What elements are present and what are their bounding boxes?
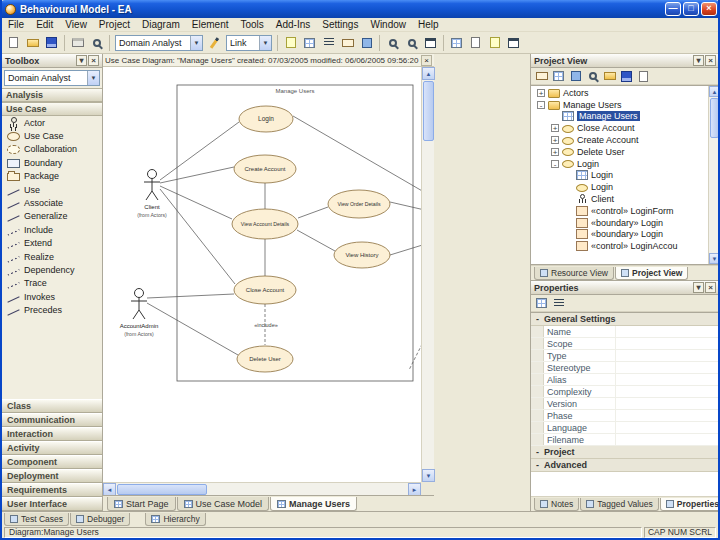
property-value[interactable]: [616, 434, 719, 445]
title-bar[interactable]: Behavioural Model - EA — □ ×: [0, 0, 720, 18]
property-value[interactable]: [616, 350, 719, 361]
tree-item-actors[interactable]: +Actors: [531, 87, 708, 99]
menu-view[interactable]: View: [59, 18, 93, 31]
use-case-view-order-details[interactable]: View Order Details: [328, 190, 390, 218]
property-value[interactable]: [616, 326, 719, 337]
toolbox-item-generalize[interactable]: Generalize: [2, 210, 102, 223]
toolbox-item-associate[interactable]: Associate: [2, 196, 102, 209]
property-row-phase[interactable]: Phase: [531, 410, 719, 422]
toolbox-group-requirements[interactable]: Requirements: [2, 483, 102, 497]
collapse-toggle[interactable]: -: [531, 314, 544, 324]
chevron-down-icon[interactable]: ▼: [87, 71, 99, 85]
expand-toggle[interactable]: +: [551, 136, 559, 144]
properties-header[interactable]: Properties ▾ ×: [531, 281, 719, 295]
toolbox-item-actor[interactable]: Actor: [2, 116, 102, 129]
toolbox-item-use[interactable]: Use: [2, 183, 102, 196]
tree-item-control-loginform[interactable]: «control» LoginForm: [531, 205, 708, 217]
print-icon[interactable]: [68, 34, 87, 52]
tree-item-delete-user[interactable]: +Delete User: [531, 146, 708, 158]
property-value[interactable]: [616, 422, 719, 433]
search-icon[interactable]: [87, 34, 106, 52]
group-general-settings[interactable]: -General Settings: [531, 313, 719, 326]
tree-item-login[interactable]: -Login: [531, 158, 708, 170]
sort-alpha-icon[interactable]: [550, 296, 567, 311]
tree-item-boundary-login[interactable]: «boundary» Login: [531, 217, 708, 229]
expand-toggle[interactable]: +: [551, 124, 559, 132]
property-row-alias[interactable]: Alias: [531, 374, 719, 386]
scrollbar-thumb[interactable]: [710, 98, 719, 138]
property-row-type[interactable]: Type: [531, 350, 719, 362]
tree-item-manage-users-diagram[interactable]: Manage Users: [531, 111, 708, 123]
tab-resource-view[interactable]: Resource View: [534, 267, 614, 280]
find-icon[interactable]: [584, 69, 601, 84]
toolbox-group-component[interactable]: Component: [2, 455, 102, 469]
property-value[interactable]: [616, 374, 719, 385]
zoom-fit-icon[interactable]: [421, 34, 440, 52]
note-icon[interactable]: [281, 34, 300, 52]
menu-file[interactable]: File: [2, 18, 30, 31]
panel-close-icon[interactable]: ×: [88, 55, 99, 66]
toolbox-group-deployment[interactable]: Deployment: [2, 469, 102, 483]
minimize-button[interactable]: —: [665, 2, 681, 16]
use-case-login[interactable]: Login: [239, 106, 293, 132]
tree-item-manage-users-folder[interactable]: -Manage Users: [531, 99, 708, 111]
tab-properties[interactable]: Properties: [660, 498, 720, 511]
toolbox-item-collaboration[interactable]: Collaboration: [2, 143, 102, 156]
actor-account-admin[interactable]: [131, 289, 147, 320]
toolbox-section-analysis[interactable]: Analysis: [2, 88, 102, 102]
property-value[interactable]: [616, 386, 719, 397]
toolbox-group-communication[interactable]: Communication: [2, 413, 102, 427]
diagram-close-icon[interactable]: ×: [421, 55, 432, 66]
help-icon[interactable]: [504, 34, 523, 52]
tree-item-login-diagram[interactable]: Login: [531, 170, 708, 182]
toolbox-profile-combo[interactable]: Domain Analyst ▼: [4, 70, 100, 86]
use-case-delete-user[interactable]: Delete User: [237, 346, 293, 372]
element-icon[interactable]: [357, 34, 376, 52]
vertical-scrollbar[interactable]: ▲ ▼: [421, 67, 434, 482]
use-case-create-account[interactable]: Create Account: [234, 155, 296, 183]
toolbox-item-precedes[interactable]: Precedes: [2, 303, 102, 316]
new-package-icon[interactable]: [533, 69, 550, 84]
toolbox-item-dependency[interactable]: Dependency: [2, 263, 102, 276]
new-element-icon[interactable]: [567, 69, 584, 84]
property-row-scope[interactable]: Scope: [531, 338, 719, 350]
refresh-icon[interactable]: [618, 69, 635, 84]
layout-icon[interactable]: [447, 34, 466, 52]
open-icon[interactable]: [23, 34, 42, 52]
toolbox-item-realize[interactable]: Realize: [2, 250, 102, 263]
property-value[interactable]: [616, 398, 719, 409]
toolbox-group-interaction[interactable]: Interaction: [2, 427, 102, 441]
new-icon[interactable]: [4, 34, 23, 52]
tree-item-login-usecase[interactable]: Login: [531, 181, 708, 193]
property-value[interactable]: [616, 362, 719, 373]
package-icon[interactable]: [338, 34, 357, 52]
menu-diagram[interactable]: Diagram: [136, 18, 186, 31]
toolbox-header[interactable]: Toolbox ▾ ×: [2, 54, 102, 68]
property-row-language[interactable]: Language: [531, 422, 719, 434]
toolbox-item-package[interactable]: Package: [2, 170, 102, 183]
property-value[interactable]: [616, 338, 719, 349]
tree-item-control-loginaccou[interactable]: «control» LoginAccou: [531, 240, 708, 252]
actor-client[interactable]: [144, 170, 160, 201]
maximize-button[interactable]: □: [683, 2, 699, 16]
collapse-toggle[interactable]: -: [531, 447, 544, 457]
horizontal-scrollbar[interactable]: ◄ ►: [103, 482, 421, 495]
zoom-in-icon[interactable]: [402, 34, 421, 52]
menu-window[interactable]: Window: [364, 18, 412, 31]
group-advanced[interactable]: -Advanced: [531, 459, 719, 472]
scroll-up-icon[interactable]: ▲: [709, 86, 719, 97]
panel-menu-icon[interactable]: ▾: [693, 282, 704, 293]
expand-toggle[interactable]: -: [551, 160, 559, 168]
toolbox-group-user-interface[interactable]: User Interface: [2, 497, 102, 511]
properties-icon[interactable]: [466, 34, 485, 52]
toolbox-item-invokes[interactable]: Invokes: [2, 290, 102, 303]
scroll-up-icon[interactable]: ▲: [422, 67, 435, 80]
grid-icon[interactable]: [300, 34, 319, 52]
scroll-down-icon[interactable]: ▼: [422, 469, 435, 482]
property-row-name[interactable]: Name: [531, 326, 719, 338]
tab-test-cases[interactable]: Test Cases: [4, 513, 69, 526]
close-button[interactable]: ×: [701, 2, 717, 16]
tree-scrollbar[interactable]: ▲ ▼: [708, 86, 719, 264]
scrollbar-thumb[interactable]: [423, 81, 434, 141]
chevron-down-icon[interactable]: ▼: [190, 36, 202, 50]
